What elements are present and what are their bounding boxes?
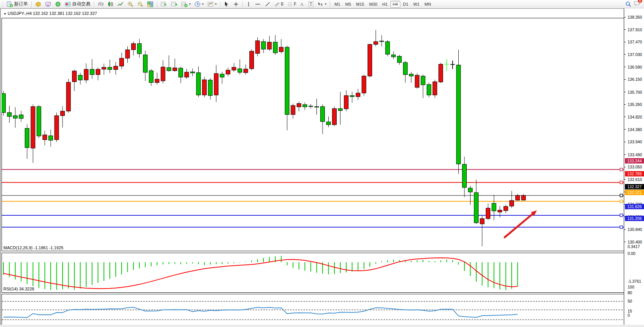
price-tick [624, 79, 626, 80]
price-tick [624, 229, 626, 230]
separator [31, 1, 32, 7]
price-tag-131.206[interactable]: 131.206 [625, 216, 644, 221]
line-chart-icon [117, 1, 124, 7]
signals-button[interactable] [53, 0, 63, 8]
signals-icon [55, 1, 61, 7]
auto-trading-button[interactable]: 自动交易 [63, 0, 92, 8]
chart-window: ▼ USDJPY-,H4 132.162 132.381 132.162 132… [0, 8, 644, 327]
search-icon[interactable] [625, 1, 631, 7]
timeframe-m30[interactable]: M30 [367, 1, 379, 8]
crosshair-button[interactable] [231, 0, 241, 8]
price-tick-label: 137.910 [628, 27, 642, 32]
candlestick-chart-button[interactable] [106, 0, 115, 8]
tile-windows-button[interactable] [146, 0, 155, 8]
templates-icon [207, 1, 214, 7]
chevron-down-icon: ▾ [215, 2, 217, 6]
timeframe-group: M1M5M15M30H1H4D1W1MN [332, 1, 433, 8]
timeframe-h1[interactable]: H1 [380, 1, 390, 8]
chart-shift-icon [171, 1, 177, 7]
price-tick-label: 133.940 [628, 139, 642, 144]
price-tick-label: 138.350 [628, 15, 642, 19]
chart-menu-caret-icon[interactable]: ▼ [3, 12, 6, 16]
timeframe-h4[interactable]: H4 [390, 1, 400, 8]
rsi-axis-label: 80 [628, 290, 632, 295]
terminal-button[interactable] [43, 0, 53, 8]
timeframe-m5[interactable]: M5 [343, 1, 353, 8]
vertical-line-icon [246, 1, 251, 7]
horizontal-line-button[interactable] [253, 0, 262, 8]
equidistant-channel-button[interactable]: E [273, 0, 285, 8]
toolbar-grip[interactable] [93, 1, 95, 7]
auto-scroll-icon [161, 1, 167, 7]
line-chart-button[interactable] [116, 0, 125, 8]
horizontal-line-icon [255, 2, 261, 7]
price-tag-132.327[interactable]: 132.327 [625, 184, 644, 189]
price-tick [624, 179, 626, 180]
trendline-button[interactable] [263, 0, 272, 8]
timeframe-m15[interactable]: M15 [354, 1, 366, 8]
equidistant-channel-icon [275, 2, 280, 7]
price-tick [624, 154, 626, 155]
new-order-button[interactable]: 新订单 [5, 0, 29, 8]
rsi-axis-label: 100 [628, 285, 634, 289]
bar-chart-button[interactable] [96, 0, 105, 8]
new-order-label: 新订单 [14, 1, 28, 7]
price-tag-133.244[interactable]: 133.244 [625, 158, 644, 164]
price-tick-label: 135.260 [628, 102, 642, 107]
arrow-objects-button[interactable]: ▾ [316, 0, 328, 8]
candlestick-chart-icon [108, 1, 114, 7]
price-tag-132.121[interactable]: 132.121 [625, 190, 644, 195]
price-axis[interactable]: 138.350137.910137.470137.030136.590136.1… [624, 8, 644, 325]
fibonacci-button[interactable]: F [286, 0, 298, 8]
cursor-icon [224, 1, 229, 7]
notification-badge: 1 [638, 0, 642, 3]
chart-title: ▼ USDJPY-,H4 132.162 132.381 132.162 132… [3, 11, 97, 16]
toolbar-grip[interactable] [2, 1, 3, 7]
toolbar-grip[interactable] [220, 1, 221, 7]
new-chart-button[interactable]: ▾ [180, 0, 192, 8]
price-tick [624, 92, 626, 92]
notifications-button[interactable]: 1 [634, 0, 640, 8]
price-tick-label: 135.700 [628, 90, 642, 95]
price-tick-label: 137.470 [628, 40, 642, 44]
rsi-pane[interactable] [2, 294, 625, 327]
macd-pane[interactable] [2, 253, 625, 293]
separator [157, 1, 157, 7]
window-bottom-edge [0, 325, 644, 327]
macd-axis-label: -1.3761 [628, 279, 641, 284]
toolbar-right: 1 [625, 0, 642, 8]
price-tick-label: 136.150 [628, 77, 642, 82]
cursor-button[interactable] [222, 0, 231, 8]
zoom-out-button[interactable] [136, 0, 145, 8]
chevron-down-icon: ▾ [202, 2, 204, 6]
timeframe-m1[interactable]: M1 [332, 1, 342, 8]
chart-shift-button[interactable] [169, 0, 179, 8]
zoom-in-button[interactable] [126, 0, 135, 8]
auto-scroll-button[interactable] [159, 0, 169, 8]
macd-axis-label: 0.3417 [628, 244, 640, 249]
zoom-in-icon [127, 1, 133, 7]
macd-indicator-label: MACD(12,26,9) -1.1861 -1.1925 [3, 245, 63, 250]
tile-windows-icon [147, 1, 153, 7]
templates-button[interactable]: ▾ [206, 0, 218, 8]
chart-title-ohlc: 132.162 132.381 132.162 132.327 [33, 11, 97, 16]
price-tick-label: 136.590 [628, 65, 642, 69]
price-tick [624, 104, 626, 105]
rsi-indicator-label: RSI(14) 34.3228 [3, 287, 34, 291]
timeframe-w1[interactable]: W1 [411, 1, 422, 8]
price-tag-131.626[interactable]: 131.626 [625, 204, 644, 209]
text-button[interactable]: A [299, 0, 306, 8]
bar-chart-icon [98, 1, 104, 7]
price-tick-label: 137.030 [628, 52, 642, 57]
rsi-axis-label: 0 [628, 313, 630, 317]
main-price-pane[interactable] [2, 18, 625, 251]
price-tick-label: 134.820 [628, 115, 642, 119]
timeframe-mn[interactable]: MN [422, 1, 433, 8]
timeframe-d1[interactable]: D1 [401, 1, 411, 8]
text-label-button[interactable]: T [307, 0, 315, 8]
periods-button[interactable]: ▾ [193, 0, 205, 8]
price-tag-132.789[interactable]: 132.789 [625, 171, 644, 176]
vertical-line-button[interactable] [245, 0, 252, 8]
depth-of-market-button[interactable] [34, 0, 43, 8]
text-label-icon: T [308, 1, 313, 7]
